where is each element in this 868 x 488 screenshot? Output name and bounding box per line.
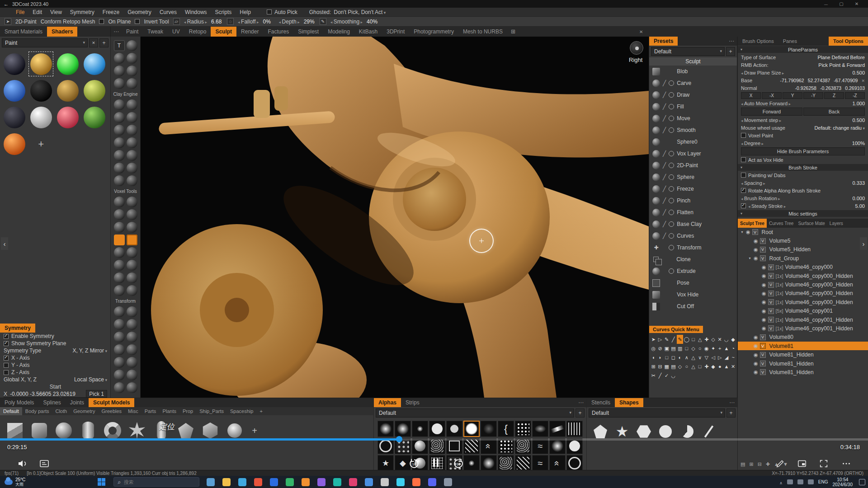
clay-tool-icon[interactable] — [127, 137, 137, 148]
clay-tool-icon[interactable] — [114, 163, 125, 174]
curve-tool-icon[interactable]: □ — [683, 344, 690, 353]
preset-item[interactable]: Carve — [649, 77, 737, 89]
rotate-alpha-checkbox[interactable] — [741, 188, 746, 193]
expander-icon[interactable]: ▾ — [740, 230, 744, 234]
smoothing-stepper[interactable]: Smoothing — [330, 19, 363, 25]
curve-tool-icon[interactable]: ◡ — [670, 371, 677, 380]
models-tab[interactable]: Joints — [66, 398, 89, 407]
curve-tool-icon[interactable]: ✕ — [730, 362, 736, 371]
menu-item[interactable]: View — [46, 9, 66, 15]
curve-tool-icon[interactable]: ◇ — [690, 344, 697, 353]
clay-tool-icon[interactable] — [127, 150, 137, 161]
curve-tool-icon[interactable]: ▥ — [677, 344, 684, 353]
clay-tool-icon[interactable] — [127, 112, 137, 123]
clay-tool-icon[interactable] — [127, 125, 137, 136]
sculpt-tool-icon[interactable] — [127, 53, 137, 64]
space-dropdown[interactable]: Local Space — [74, 376, 107, 383]
transform-tool-icon[interactable] — [114, 306, 125, 317]
curve-tool-icon[interactable]: ○ — [697, 344, 703, 353]
taskbar-app-icon[interactable] — [317, 478, 326, 486]
curve-tool-icon[interactable]: ▣ — [663, 344, 670, 353]
workspace-tab[interactable]: Mesh to NURBS — [458, 27, 507, 37]
model-category-tab[interactable]: Greebles — [98, 407, 125, 415]
volume-icon[interactable] — [16, 457, 29, 470]
curve-tool-icon[interactable]: ◆ — [710, 362, 717, 371]
taskbar-app-icon[interactable] — [286, 478, 294, 486]
transform-tool-icon[interactable] — [114, 370, 125, 380]
fullscreen-icon[interactable] — [817, 457, 830, 470]
curve-tool-icon[interactable]: + — [717, 344, 723, 353]
voxel-tool-icon[interactable] — [127, 235, 137, 245]
workspace-tab[interactable]: Render — [236, 27, 263, 37]
radius-value[interactable]: 6.68 — [211, 19, 223, 25]
tree-item[interactable]: V Volume5 — [738, 236, 868, 245]
workspace-tab[interactable]: Paint — [122, 27, 143, 37]
add-alpha-button[interactable]: + — [576, 408, 585, 418]
voxel-tool-icon[interactable] — [114, 235, 125, 245]
curve-tool-icon[interactable]: ✎ — [677, 335, 684, 344]
preset-group-header[interactable]: Sculpt — [649, 57, 737, 66]
shader-ball[interactable] — [54, 51, 81, 77]
workspace-tab[interactable]: Factures — [263, 27, 293, 37]
tree-item[interactable]: V [1x] Volume46_copy000_Hidden — [738, 298, 868, 306]
alpha-thumb[interactable] — [549, 455, 566, 471]
curve-tool-icon[interactable]: ⊞ — [650, 362, 657, 371]
tree-item[interactable]: V Volume81 — [738, 342, 868, 350]
normal-y-field[interactable]: -0.263873 — [820, 85, 841, 91]
curve-tool-icon[interactable]: ▷ — [717, 353, 723, 362]
models-tab[interactable]: Sculpt Models — [89, 398, 134, 407]
depth-stepper[interactable]: Depth — [279, 19, 300, 25]
presets-menu-icon[interactable] — [726, 37, 737, 46]
models-tab[interactable]: Poly Models — [0, 398, 38, 407]
alpha-thumb[interactable] — [566, 455, 583, 471]
workspace-tab[interactable]: 3DPrint — [382, 27, 409, 37]
curve-tool-icon[interactable]: △ — [690, 353, 697, 362]
curve-tool-icon[interactable]: ✓ — [663, 371, 670, 380]
shader-ball[interactable] — [81, 104, 108, 131]
voxel-tool-icon[interactable] — [114, 260, 125, 271]
movement-step-stepper[interactable]: Movement step — [741, 117, 781, 123]
viewport-close-icon[interactable] — [639, 27, 643, 37]
preset-item[interactable]: Draw — [649, 89, 737, 101]
transform-tool-icon[interactable] — [127, 370, 137, 380]
plane-params-header[interactable]: PlaneParams — [738, 46, 868, 53]
axis-button[interactable]: -Z — [845, 92, 865, 99]
ghosted-mode-dropdown[interactable]: Don't Pick, Don't Act — [334, 9, 386, 15]
tree-item[interactable]: V [1x] Volume46_copy000_Hidden — [738, 289, 868, 298]
alpha-thumb[interactable] — [498, 455, 514, 471]
curve-tool-icon[interactable]: ✎ — [663, 335, 670, 344]
menu-item[interactable]: Scripts — [211, 9, 236, 15]
curve-tool-icon[interactable]: ✦ — [710, 344, 717, 353]
alpha-thumb[interactable] — [532, 421, 548, 437]
radius-stepper[interactable]: Radius — [184, 19, 207, 25]
preset-item[interactable]: Cut Off — [649, 300, 737, 312]
visibility-eye-icon[interactable] — [762, 273, 766, 279]
visibility-eye-icon[interactable] — [754, 361, 758, 366]
tool-options-tab[interactable]: Tool Options — [829, 37, 868, 46]
curve-tool-icon[interactable]: ● — [717, 362, 723, 371]
network-icon[interactable] — [787, 479, 793, 484]
workspace-tab[interactable]: Simplest — [293, 27, 323, 37]
curve-tool-icon[interactable]: ➤ — [650, 335, 657, 344]
voxel-tool-icon[interactable] — [114, 285, 125, 296]
more-icon[interactable] — [840, 457, 853, 470]
pip-icon[interactable] — [796, 457, 808, 470]
visibility-eye-icon[interactable] — [762, 291, 766, 296]
x-axis-checkbox[interactable] — [4, 356, 9, 361]
curve-tool-icon[interactable]: ∨ — [697, 353, 703, 362]
visibility-eye-icon[interactable] — [762, 282, 766, 288]
back-icon[interactable] — [4, 1, 9, 7]
clay-tool-icon[interactable] — [127, 163, 137, 174]
model-category-tab[interactable]: Prop — [179, 407, 196, 415]
taskbar-app-icon[interactable] — [254, 478, 262, 486]
alpha-thumb[interactable] — [515, 421, 531, 437]
curves-quick-menu-tab[interactable]: Curves Quick Menu — [649, 326, 703, 333]
left-panel-tab[interactable]: Smart Materials — [0, 27, 47, 37]
language-indicator[interactable]: ENG — [818, 479, 828, 484]
battery-icon[interactable] — [808, 479, 814, 484]
visibility-eye-icon[interactable] — [754, 343, 758, 349]
taskbar-app-icon[interactable] — [396, 478, 405, 486]
workspace-tab[interactable]: Sculpt — [211, 27, 236, 37]
curve-tool-icon[interactable]: ◔ — [730, 344, 736, 353]
shapes-menu-icon[interactable] — [726, 398, 737, 407]
